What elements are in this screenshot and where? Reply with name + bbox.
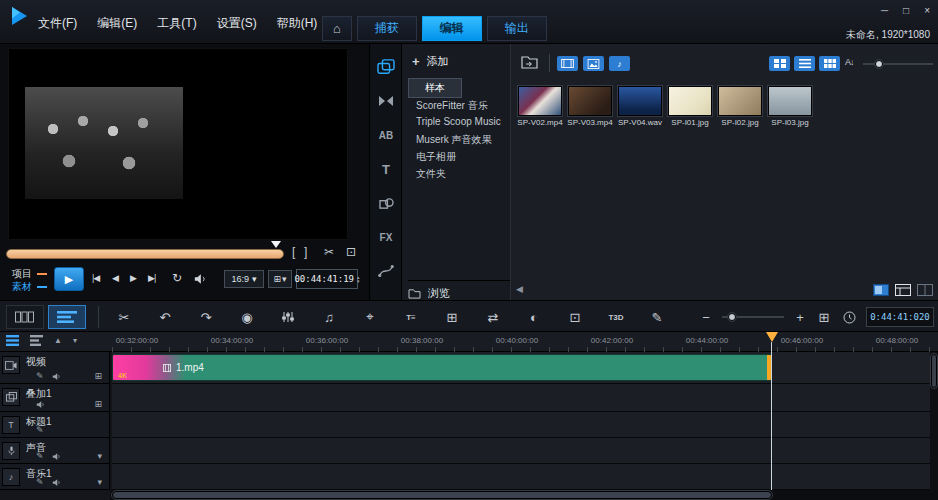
- video-track-icon[interactable]: [2, 356, 20, 374]
- trim-marker-icon[interactable]: [271, 241, 281, 248]
- vertical-scrollbar[interactable]: [930, 352, 938, 490]
- safe-area-button[interactable]: ⊞ ▾: [268, 270, 292, 288]
- category-item-folders[interactable]: 文件夹: [408, 165, 454, 183]
- motion-tracking-button[interactable]: ⌖: [358, 305, 382, 329]
- aspect-ratio-select[interactable]: 16:9 ▾: [224, 270, 264, 288]
- chevron-down-icon[interactable]: ▾: [97, 451, 102, 461]
- redo-button[interactable]: ↷: [194, 305, 218, 329]
- add-category-button[interactable]: + 添加: [412, 54, 449, 69]
- scrollbar-thumb[interactable]: [931, 354, 937, 388]
- painting-creator-button[interactable]: ✎: [645, 305, 669, 329]
- auto-music-button[interactable]: ♫: [317, 305, 341, 329]
- timeline-zoom-slider[interactable]: [722, 316, 784, 318]
- tab-capture[interactable]: 捕获: [357, 16, 417, 41]
- mark-in-button[interactable]: [: [292, 245, 295, 259]
- project-mode-button[interactable]: 项目: [12, 267, 47, 281]
- library-panel-toggle[interactable]: [873, 284, 889, 296]
- track-manager-button[interactable]: [6, 335, 19, 346]
- thumbnail-size-slider[interactable]: [863, 63, 933, 65]
- record-capture-button[interactable]: ◉: [235, 305, 259, 329]
- title-track-lane[interactable]: [112, 412, 930, 438]
- fit-project-button[interactable]: ⊞: [816, 305, 832, 329]
- library-item[interactable]: SP-I03.jpg: [765, 86, 815, 127]
- close-button[interactable]: ×: [924, 5, 930, 16]
- graphic-icon[interactable]: [373, 190, 399, 216]
- sort-button[interactable]: A↓: [845, 57, 854, 67]
- mask-creator-button[interactable]: ◐: [522, 305, 546, 329]
- pencil-icon[interactable]: ✎: [36, 371, 44, 381]
- go-end-button[interactable]: ▶|: [148, 273, 155, 283]
- dual-panel-toggle[interactable]: [917, 284, 933, 296]
- storyboard-view-button[interactable]: [6, 305, 44, 329]
- subtitle-title-icon[interactable]: T: [373, 156, 399, 182]
- morph-tool-button[interactable]: ⇄: [481, 305, 505, 329]
- category-item-muserk[interactable]: Muserk 声音效果: [408, 131, 500, 149]
- go-start-button[interactable]: |◀: [92, 273, 99, 283]
- timeline-clip[interactable]: 1.mp4 4K: [112, 354, 772, 381]
- ruler-time-button[interactable]: [841, 305, 857, 329]
- filter-photos-button[interactable]: [583, 56, 604, 71]
- library-item[interactable]: SP-V03.mp4: [565, 86, 615, 127]
- timeline-ruler[interactable]: 00:32:00:00 00:34:00:00 00:36:00:00 00:3…: [112, 332, 930, 352]
- scrubber-bar[interactable]: [6, 249, 284, 259]
- category-item-samples[interactable]: 样本: [408, 78, 462, 98]
- video-track-lane[interactable]: 1.mp4 4K: [112, 352, 930, 384]
- voice-track-icon[interactable]: [2, 442, 20, 460]
- overlay-track-icon[interactable]: [2, 388, 20, 406]
- playhead-marker[interactable]: [766, 332, 778, 342]
- timecode-steppers[interactable]: ▴▾: [357, 275, 360, 283]
- menu-tools[interactable]: 工具(T): [157, 15, 196, 32]
- play-button[interactable]: ▶: [54, 267, 84, 291]
- menu-file[interactable]: 文件(F): [38, 15, 77, 32]
- category-item-scorefitter[interactable]: ScoreFitter 音乐: [408, 97, 496, 115]
- title-3d-button[interactable]: T3D: [604, 305, 628, 329]
- undo-button[interactable]: ↶: [153, 305, 177, 329]
- speaker-icon[interactable]: [52, 478, 61, 487]
- grid-icon[interactable]: ⊞: [94, 371, 102, 381]
- overlay-track-lane[interactable]: [112, 384, 930, 412]
- preview-timecode[interactable]: 00:44:41:19 ▴▾: [296, 269, 358, 289]
- filter-fx-icon[interactable]: FX: [373, 224, 399, 250]
- music-track-icon[interactable]: ♪: [2, 468, 20, 486]
- pan-zoom-button[interactable]: ⊡: [563, 305, 587, 329]
- split-screen-button[interactable]: ⊞: [440, 305, 464, 329]
- pencil-icon[interactable]: ✎: [36, 425, 44, 435]
- multi-trim-button[interactable]: ✂: [112, 305, 136, 329]
- zoom-out-button[interactable]: −: [699, 305, 713, 329]
- title-track-icon[interactable]: T: [2, 416, 20, 434]
- timeline-timecode[interactable]: 0:44:41:020: [866, 307, 934, 327]
- volume-icon[interactable]: [194, 273, 206, 285]
- music-track-lane[interactable]: [112, 464, 930, 490]
- enlarge-preview-button[interactable]: ⊡: [346, 245, 356, 259]
- options-panel-toggle[interactable]: [895, 284, 911, 296]
- tab-home[interactable]: ⌂: [322, 16, 352, 41]
- add-track-button[interactable]: [30, 335, 43, 346]
- chevron-down-icon[interactable]: ▾: [73, 336, 77, 345]
- media-library-icon[interactable]: [373, 54, 399, 80]
- filter-audio-button[interactable]: ♪: [609, 56, 630, 71]
- zoom-in-button[interactable]: +: [793, 305, 807, 329]
- slider-thumb[interactable]: [875, 60, 883, 68]
- step-forward-button[interactable]: ▶: [130, 273, 136, 283]
- restore-button[interactable]: □: [903, 5, 909, 16]
- split-clip-button[interactable]: ✂: [324, 245, 334, 259]
- speaker-icon[interactable]: [52, 372, 61, 381]
- horizontal-scrollbar[interactable]: [0, 490, 938, 500]
- category-item-triplescoop[interactable]: Triple Scoop Music: [408, 114, 509, 129]
- speaker-icon[interactable]: [52, 452, 61, 461]
- pencil-icon[interactable]: ✎: [36, 451, 44, 461]
- minimize-button[interactable]: ─: [881, 5, 888, 16]
- repeat-button[interactable]: ↻: [172, 271, 182, 285]
- speaker-icon[interactable]: [36, 400, 45, 409]
- chevron-down-icon[interactable]: ▾: [97, 477, 102, 487]
- library-item[interactable]: SP-V02.mp4: [515, 86, 565, 127]
- step-back-button[interactable]: ◀: [112, 273, 118, 283]
- menu-edit[interactable]: 编辑(E): [97, 15, 137, 32]
- timeline-view-button[interactable]: [48, 305, 86, 329]
- list-view-button[interactable]: [794, 56, 815, 71]
- filter-videos-button[interactable]: [557, 56, 578, 71]
- scrollbar-thumb[interactable]: [112, 491, 772, 499]
- grid-view-button[interactable]: [819, 56, 840, 71]
- grid-icon[interactable]: ⊞: [94, 399, 102, 409]
- menu-help[interactable]: 帮助(H): [277, 15, 318, 32]
